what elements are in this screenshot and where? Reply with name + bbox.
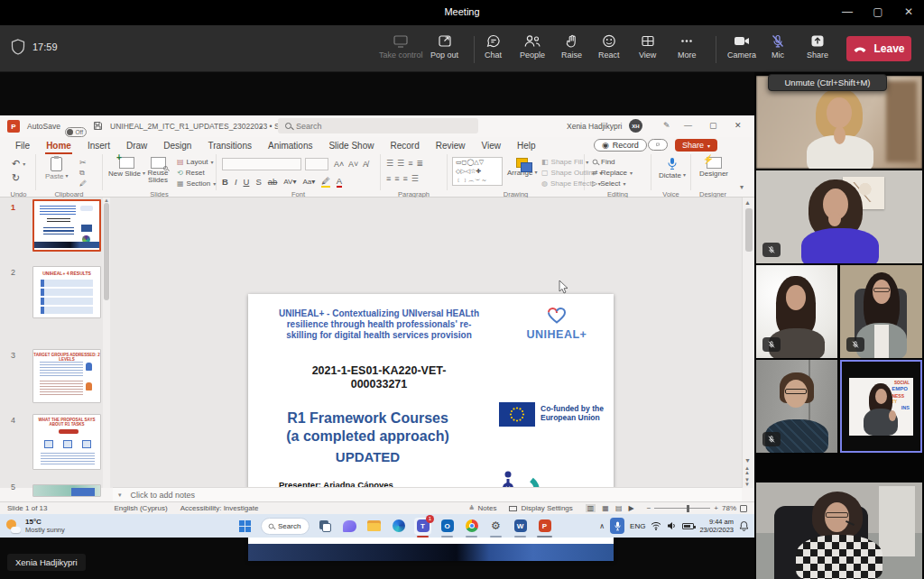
tab-transitions[interactable]: Transitions xyxy=(199,138,260,154)
take-control-button[interactable]: Take control xyxy=(379,33,423,60)
participant-video-3[interactable] xyxy=(756,265,837,358)
shape-fill-button[interactable]: ◧Shape Fill▾ xyxy=(541,158,588,166)
wifi-icon[interactable] xyxy=(651,521,661,530)
align-buttons[interactable]: ≡≡≡☰ xyxy=(386,174,422,183)
minimize-button[interactable]: — xyxy=(837,5,857,18)
decrease-font-icon[interactable]: A˅ xyxy=(348,160,358,169)
battery-icon[interactable] xyxy=(682,523,694,529)
start-button[interactable] xyxy=(236,518,254,535)
volume-icon[interactable] xyxy=(667,521,677,530)
weather-widget[interactable]: 15°C Mostly sunny xyxy=(0,518,233,534)
italic-button[interactable]: I xyxy=(235,177,237,187)
participant-video-7[interactable] xyxy=(756,482,922,579)
font-color-button[interactable]: A xyxy=(337,176,342,188)
ppt-restore-button[interactable]: ▢ xyxy=(709,121,717,130)
ppt-share-button[interactable]: Share▾ xyxy=(675,139,717,152)
language-status[interactable]: English (Cyprus) xyxy=(114,504,167,512)
tray-mic-button[interactable] xyxy=(610,518,624,534)
edge-icon[interactable] xyxy=(390,518,407,535)
tab-insert[interactable]: Insert xyxy=(79,138,118,154)
slide-thumbnail-1[interactable] xyxy=(32,199,101,252)
list-buttons[interactable]: ☰☰≡≣ xyxy=(386,159,427,168)
text-shadow-button[interactable]: S xyxy=(255,177,261,187)
clear-formatting-icon[interactable]: A̸ xyxy=(363,160,368,169)
ppt-close-button[interactable]: ✕ xyxy=(735,121,742,130)
view-slideshow-button[interactable]: ▶ xyxy=(628,504,633,512)
task-view-button[interactable] xyxy=(317,518,334,535)
select-button[interactable]: ▷Select▾ xyxy=(592,179,625,188)
increase-font-icon[interactable]: A˄ xyxy=(334,160,344,169)
more-button[interactable]: More xyxy=(678,33,697,60)
mic-button[interactable]: Mic xyxy=(770,33,786,60)
panel-scrollbar[interactable]: ▲ xyxy=(103,198,110,488)
camera-button[interactable]: Camera xyxy=(727,33,756,60)
accessibility-status[interactable]: Accessibility: Investigate xyxy=(180,504,259,512)
format-painter-button[interactable]: 🖉 xyxy=(79,179,87,188)
display-settings-button[interactable]: Display Settings xyxy=(509,504,572,512)
leave-button[interactable]: Leave xyxy=(846,36,911,61)
view-normal-button[interactable]: ▥ xyxy=(586,504,596,512)
notes-bar[interactable]: ▾ Click to add notes xyxy=(113,487,742,501)
find-button[interactable]: Find xyxy=(592,158,615,166)
fit-slide-button[interactable] xyxy=(740,505,747,512)
chat-button[interactable]: Chat xyxy=(485,33,502,60)
designer-button[interactable]: ⚡ Designer xyxy=(699,157,728,178)
react-button[interactable]: React xyxy=(598,33,620,60)
reuse-slides-button[interactable]: Reuse Slides xyxy=(144,157,171,184)
zoom-slider[interactable] xyxy=(654,508,710,509)
cut-button[interactable]: ✂ xyxy=(79,158,87,167)
tab-help[interactable]: Help xyxy=(509,138,544,154)
font-name-input[interactable] xyxy=(222,158,301,170)
record-button[interactable]: ◉Record xyxy=(594,139,647,152)
edit-icon[interactable]: ✎ xyxy=(663,121,670,130)
copy-button[interactable]: ⧉ xyxy=(79,169,85,178)
reset-button[interactable]: ⟲Reset xyxy=(177,169,205,177)
tab-review[interactable]: Review xyxy=(428,138,474,154)
teams-icon[interactable]: T 1 xyxy=(414,518,431,535)
outlook-icon[interactable]: O xyxy=(439,518,456,535)
paste-button[interactable]: Paste▾ xyxy=(45,157,68,180)
participant-video-4[interactable] xyxy=(840,265,922,358)
vertical-scrollbar[interactable]: ▲ ▼ ▲▲ ▼▼ xyxy=(742,198,754,488)
strikethrough-button[interactable]: ab xyxy=(268,177,278,187)
avatar[interactable]: XH xyxy=(629,119,642,133)
tray-chevron-icon[interactable]: ∧ xyxy=(599,522,605,530)
settings-icon[interactable]: ⚙ xyxy=(487,518,504,535)
search-input[interactable]: Search xyxy=(278,118,478,133)
participant-video-2[interactable] xyxy=(756,170,922,263)
char-spacing-button[interactable]: A︎V▾ xyxy=(283,178,296,186)
participant-video-5[interactable] xyxy=(756,360,837,453)
replace-button[interactable]: ⇄Replace▾ xyxy=(592,169,633,177)
zoom-in-button[interactable]: + xyxy=(714,504,718,512)
shape-gallery[interactable]: ▭◻◯△▽◇▷◁☆✚﹝﹞︵︶～ xyxy=(452,157,503,186)
scroll-up-button[interactable]: ▲ xyxy=(744,199,751,206)
view-sorter-button[interactable]: ▦ xyxy=(602,504,609,512)
file-explorer-icon[interactable] xyxy=(365,518,383,535)
pop-out-button[interactable]: Pop out xyxy=(430,33,458,60)
change-case-button[interactable]: Aa▾ xyxy=(302,178,315,186)
autosave-toggle[interactable]: Off xyxy=(65,127,87,137)
slide-thumbnail-3[interactable]: TARGET GROUPS ADDRESSED: 2 LEVELS xyxy=(32,349,101,403)
undo-button[interactable]: ↶▾ xyxy=(12,158,25,170)
tab-draw[interactable]: Draw xyxy=(118,138,155,154)
scroll-down-button[interactable]: ▼ xyxy=(744,457,751,464)
ribbon-collapse-icon[interactable]: ▾ xyxy=(740,183,744,191)
chat-app-icon[interactable] xyxy=(341,518,358,535)
tab-view[interactable]: View xyxy=(474,138,510,154)
layout-button[interactable]: ▤Layout▾ xyxy=(177,158,214,166)
tab-file[interactable]: File xyxy=(7,138,38,154)
maximize-button[interactable]: ▢ xyxy=(868,5,888,18)
tab-slide-show[interactable]: Slide Show xyxy=(320,138,382,154)
prev-slide-button[interactable]: ▲▲ xyxy=(744,466,750,475)
raise-button[interactable]: Raise xyxy=(561,33,582,60)
save-icon[interactable] xyxy=(93,121,103,131)
people-button[interactable]: People xyxy=(520,33,545,60)
notes-collapse-icon[interactable]: ▾ xyxy=(118,492,122,499)
zoom-out-button[interactable]: − xyxy=(647,504,651,512)
underline-button[interactable]: U xyxy=(244,177,250,187)
notes-toggle[interactable]: ≜Notes xyxy=(469,504,497,512)
word-icon[interactable]: W xyxy=(512,518,529,535)
language-indicator[interactable]: ENG xyxy=(630,522,645,530)
zoom-level[interactable]: 78% xyxy=(722,504,736,512)
tab-design[interactable]: Design xyxy=(155,138,199,154)
